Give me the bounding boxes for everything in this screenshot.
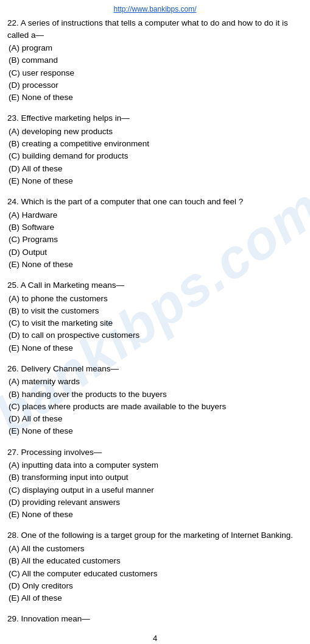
question-block-23: 23. Effective marketing helps in—(A) dev…: [7, 112, 303, 187]
option-q27-0: (A) inputting data into a computer syste…: [9, 459, 303, 471]
option-q27-1: (B) transforming input into output: [9, 471, 303, 484]
option-q22-0: (A) program: [9, 42, 303, 54]
question-block-24: 24. Which is the part of a computer that…: [7, 196, 303, 271]
option-q24-0: (A) Hardware: [9, 209, 303, 221]
option-q25-3: (D) to call on prospective customers: [9, 329, 303, 342]
question-block-28: 28. One of the following is a target gro…: [7, 529, 303, 604]
option-q28-2: (C) All the computer educated customers: [9, 568, 303, 580]
question-block-29: 29. Innovation mean—: [7, 613, 303, 625]
option-q25-4: (E) None of these: [9, 342, 303, 354]
option-q24-1: (B) Software: [9, 221, 303, 234]
option-q24-2: (C) Programs: [9, 234, 303, 246]
question-text-q26: 26. Delivery Channel means—: [7, 363, 303, 375]
option-q26-3: (D) All of these: [9, 413, 303, 425]
option-q28-0: (A) All the customers: [9, 543, 303, 555]
question-block-27: 27. Processing involves—(A) inputting da…: [7, 446, 303, 521]
option-q26-4: (E) None of these: [9, 425, 303, 437]
question-text-q23: 23. Effective marketing helps in—: [7, 112, 303, 124]
option-q24-4: (E) None of these: [9, 259, 303, 271]
question-block-26: 26. Delivery Channel means—(A) maternity…: [7, 363, 303, 438]
option-q28-4: (E) All of these: [9, 592, 303, 604]
option-q27-3: (D) providing relevant answers: [9, 496, 303, 509]
question-text-q24: 24. Which is the part of a computer that…: [7, 196, 303, 208]
question-block-25: 25. A Call in Marketing means—(A) to pho…: [7, 279, 303, 354]
option-q23-3: (D) All of these: [9, 163, 303, 175]
option-q28-3: (D) Only creditors: [9, 580, 303, 592]
option-q23-4: (E) None of these: [9, 175, 303, 187]
option-q27-2: (C) displaying output in a useful manner: [9, 484, 303, 496]
option-q28-1: (B) All the educated customers: [9, 555, 303, 567]
option-q22-1: (B) command: [9, 54, 303, 66]
page-number: 4: [7, 634, 303, 643]
option-q24-3: (D) Output: [9, 246, 303, 259]
option-q26-1: (B) handing over the products to the buy…: [9, 388, 303, 401]
option-q22-2: (C) user response: [9, 67, 303, 79]
option-q27-4: (E) None of these: [9, 509, 303, 521]
question-block-22: 22. A series of instructions that tells …: [7, 17, 303, 104]
question-text-q25: 25. A Call in Marketing means—: [7, 279, 303, 292]
option-q25-1: (B) to visit the customers: [9, 305, 303, 317]
question-text-q27: 27. Processing involves—: [7, 446, 303, 459]
option-q26-2: (C) places where products are made avail…: [9, 401, 303, 413]
question-text-q22: 22. A series of instructions that tells …: [7, 17, 303, 41]
question-text-q28: 28. One of the following is a target gro…: [7, 529, 303, 542]
header-url: http://www.bankibps.com/: [7, 5, 303, 13]
option-q22-3: (D) processor: [9, 79, 303, 91]
page-content: http://www.bankibps.com/ 22. A series of…: [7, 5, 303, 643]
option-q22-4: (E) None of these: [9, 91, 303, 104]
questions-container: 22. A series of instructions that tells …: [7, 17, 303, 625]
option-q23-1: (B) creating a competitive environment: [9, 138, 303, 150]
option-q25-2: (C) to visit the marketing site: [9, 317, 303, 329]
option-q23-0: (A) developing new products: [9, 126, 303, 138]
option-q23-2: (C) building demand for products: [9, 150, 303, 162]
option-q25-0: (A) to phone the customers: [9, 293, 303, 305]
question-text-q29: 29. Innovation mean—: [7, 613, 303, 625]
option-q26-0: (A) maternity wards: [9, 376, 303, 388]
